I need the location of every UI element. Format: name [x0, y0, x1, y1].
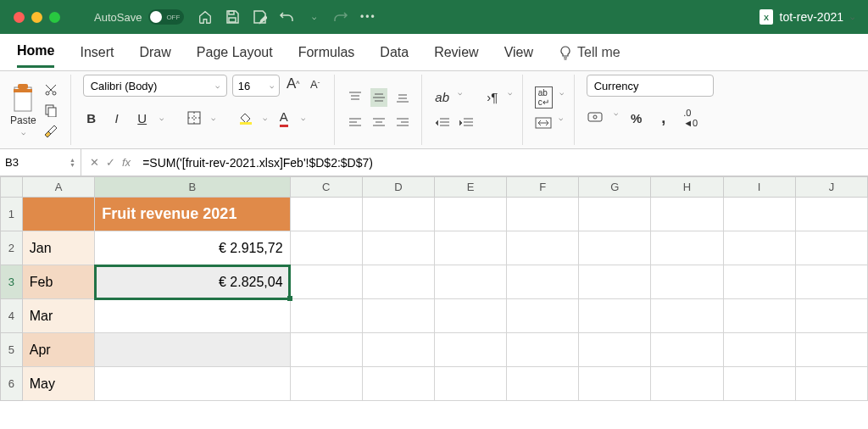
cancel-formula-button[interactable]: ✕: [90, 156, 99, 169]
minimize-window-button[interactable]: [31, 12, 42, 23]
undo-icon[interactable]: [279, 9, 294, 25]
tab-draw[interactable]: Draw: [139, 38, 170, 67]
cell-a1[interactable]: [22, 198, 95, 231]
format-painter-button[interactable]: [42, 122, 60, 139]
toggle-switch[interactable]: OFF: [148, 9, 184, 25]
maximize-window-button[interactable]: [49, 12, 60, 23]
cut-button[interactable]: [42, 81, 60, 98]
rtl-button[interactable]: ›¶: [484, 88, 501, 107]
cell-b1[interactable]: Fruit revenue 2021: [95, 198, 290, 231]
col-header-g[interactable]: G: [579, 177, 651, 198]
home-icon[interactable]: [198, 9, 213, 25]
percent-button[interactable]: %: [628, 109, 645, 127]
bold-button[interactable]: B: [83, 109, 100, 127]
tab-insert[interactable]: Insert: [80, 38, 114, 67]
accounting-button[interactable]: [587, 109, 604, 127]
fill-color-button[interactable]: [237, 109, 254, 127]
align-bottom-button[interactable]: [394, 88, 411, 107]
align-center-icon: [372, 118, 386, 128]
col-header-i[interactable]: I: [723, 177, 795, 198]
paste-label: Paste: [10, 114, 36, 126]
col-header-h[interactable]: H: [651, 177, 723, 198]
italic-button[interactable]: I: [108, 109, 125, 127]
tab-review[interactable]: Review: [434, 38, 478, 67]
shrink-font-button[interactable]: Aˇ: [307, 75, 324, 93]
col-header-j[interactable]: J: [795, 177, 867, 198]
cell-b6[interactable]: [95, 367, 290, 401]
tab-data[interactable]: Data: [380, 38, 409, 67]
paste-button[interactable]: Paste ⌵: [10, 84, 36, 136]
row-header-1[interactable]: 1: [1, 198, 23, 231]
row-header-3[interactable]: 3: [1, 265, 23, 299]
col-header-a[interactable]: A: [22, 177, 95, 198]
bulb-icon: [559, 45, 572, 60]
close-window-button[interactable]: [14, 12, 25, 23]
tab-home[interactable]: Home: [17, 36, 54, 68]
cell-b2[interactable]: € 2.915,72: [95, 231, 290, 265]
stepper-icon[interactable]: ▲▼: [70, 158, 75, 168]
comma-button[interactable]: ,: [655, 109, 672, 127]
tab-view[interactable]: View: [504, 38, 533, 67]
wrap-text-button[interactable]: abc↵: [535, 88, 553, 107]
tab-formulas[interactable]: Formulas: [298, 38, 355, 67]
font-size-select[interactable]: 16⌵: [232, 75, 280, 97]
accept-formula-button[interactable]: ✓: [106, 156, 115, 169]
cell-a5[interactable]: Apr: [22, 333, 95, 367]
row-header-4[interactable]: 4: [1, 299, 23, 333]
col-header-e[interactable]: E: [434, 177, 506, 198]
undo-dropdown-icon[interactable]: ⌵: [306, 9, 321, 25]
col-header-f[interactable]: F: [507, 177, 579, 198]
copy-button[interactable]: [42, 102, 60, 119]
row-header-2[interactable]: 2: [1, 231, 23, 265]
more-icon[interactable]: •••: [360, 9, 376, 25]
grow-font-button[interactable]: A^: [285, 75, 302, 93]
col-header-d[interactable]: D: [362, 177, 434, 198]
filename-area[interactable]: X tot-rev-2021 ⌵: [760, 9, 854, 25]
redo-icon[interactable]: [333, 9, 348, 25]
borders-button[interactable]: [186, 109, 203, 127]
number-format-select[interactable]: Currency: [587, 75, 714, 97]
save-icon[interactable]: [225, 9, 240, 25]
row-header-5[interactable]: 5: [1, 333, 23, 367]
svg-point-41: [593, 115, 597, 119]
paste-icon: [11, 84, 35, 113]
font-color-button[interactable]: A: [275, 109, 292, 127]
cell-a6[interactable]: May: [22, 367, 95, 401]
cell-c1[interactable]: [290, 198, 362, 231]
col-header-b[interactable]: B: [95, 177, 290, 198]
decrease-indent-button[interactable]: [434, 114, 451, 132]
tell-me[interactable]: Tell me: [559, 45, 620, 60]
col-header-c[interactable]: C: [290, 177, 362, 198]
align-top-button[interactable]: [347, 88, 364, 107]
align-middle-button[interactable]: [370, 88, 387, 107]
svg-rect-14: [240, 122, 252, 125]
svg-rect-1: [229, 18, 236, 22]
align-center-button[interactable]: [370, 114, 387, 132]
decrease-decimal-button[interactable]: .0◄0: [682, 109, 699, 127]
underline-button[interactable]: U: [134, 109, 151, 127]
formula-input[interactable]: =SUM('[fruit-rev-2021.xlsx]Feb'!$D$2:$D$…: [139, 156, 868, 170]
name-box[interactable]: B3 ▲▼: [0, 149, 81, 176]
cell-b4[interactable]: [95, 299, 290, 333]
select-all-corner[interactable]: [1, 177, 23, 198]
align-left-button[interactable]: [347, 114, 364, 132]
cell-b5[interactable]: [95, 333, 290, 367]
align-right-button[interactable]: [394, 114, 411, 132]
orientation-button[interactable]: ab: [434, 88, 451, 107]
cell-a2[interactable]: Jan: [22, 231, 95, 265]
save-as-icon[interactable]: [252, 9, 267, 25]
cell-a4[interactable]: Mar: [22, 299, 95, 333]
tab-page-layout[interactable]: Page Layout: [197, 38, 273, 67]
increase-indent-button[interactable]: [458, 114, 475, 132]
fill-handle[interactable]: [287, 296, 292, 301]
bucket-icon: [238, 111, 253, 125]
align-left-icon: [348, 118, 362, 128]
row-header-6[interactable]: 6: [1, 367, 23, 401]
cell-b3[interactable]: € 2.825,04: [95, 265, 290, 299]
autosave-label: AutoSave: [94, 11, 142, 24]
cell-a3[interactable]: Feb: [22, 265, 95, 299]
merge-button[interactable]: [535, 114, 552, 132]
font-name-select[interactable]: Calibri (Body)⌵: [83, 75, 227, 97]
fx-button[interactable]: fx: [122, 156, 131, 169]
autosave-toggle[interactable]: AutoSave OFF: [94, 9, 184, 25]
